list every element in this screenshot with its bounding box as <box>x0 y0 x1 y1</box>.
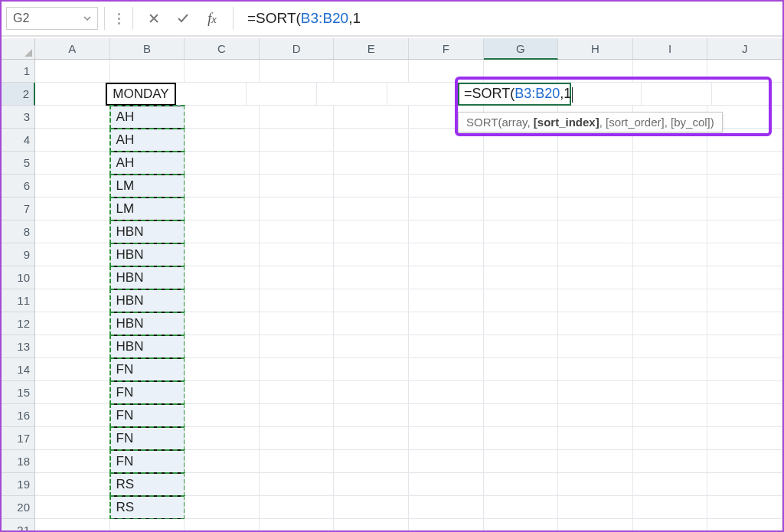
row-header-18[interactable]: 18 <box>2 450 35 473</box>
cell-E10[interactable] <box>334 266 409 289</box>
cell-A4[interactable] <box>35 129 110 152</box>
cell-H12[interactable] <box>558 312 633 335</box>
cell-D4[interactable] <box>260 129 335 152</box>
cell-D15[interactable] <box>260 381 335 404</box>
row-header-5[interactable]: 5 <box>2 152 35 175</box>
row-header-8[interactable]: 8 <box>2 220 35 243</box>
row-header-9[interactable]: 9 <box>2 243 35 266</box>
column-header-J[interactable]: J <box>707 38 782 60</box>
cell-C20[interactable] <box>185 496 260 519</box>
cell-J1[interactable] <box>707 60 782 83</box>
row-header-13[interactable]: 13 <box>2 335 35 358</box>
insert-function-button[interactable]: fx <box>198 7 227 30</box>
cell-C13[interactable] <box>185 335 260 358</box>
cell-F12[interactable] <box>409 312 484 335</box>
row-header-6[interactable]: 6 <box>2 175 35 197</box>
cell-C3[interactable] <box>185 106 260 129</box>
cell-A11[interactable] <box>35 289 110 312</box>
row-header-11[interactable]: 11 <box>2 289 35 312</box>
cell-C6[interactable] <box>185 175 260 197</box>
cell-A17[interactable] <box>35 427 110 450</box>
row-header-20[interactable]: 20 <box>2 496 35 519</box>
cell-H14[interactable] <box>558 358 633 381</box>
cell-B13[interactable]: HBN <box>110 335 185 358</box>
cell-C11[interactable] <box>185 289 260 312</box>
cell-D19[interactable] <box>260 473 335 496</box>
cell-I1[interactable] <box>633 60 708 83</box>
cell-H7[interactable] <box>558 197 633 220</box>
cell-F9[interactable] <box>409 243 484 266</box>
cell-A8[interactable] <box>35 220 110 243</box>
cell-I9[interactable] <box>633 243 708 266</box>
cell-H15[interactable] <box>558 381 633 404</box>
cell-A13[interactable] <box>35 335 110 358</box>
cell-F13[interactable] <box>409 335 484 358</box>
cell-H13[interactable] <box>558 335 633 358</box>
cell-F8[interactable] <box>409 220 484 243</box>
cell-B21[interactable] <box>110 519 185 530</box>
cell-E5[interactable] <box>334 152 409 175</box>
cell-D12[interactable] <box>260 312 335 335</box>
cell-D13[interactable] <box>260 335 335 358</box>
cell-I6[interactable] <box>633 175 708 197</box>
cell-E20[interactable] <box>334 496 409 519</box>
cell-C5[interactable] <box>185 152 260 175</box>
cell-J14[interactable] <box>707 358 782 381</box>
cell-C12[interactable] <box>185 312 260 335</box>
tooltip-arg[interactable]: [by_col] <box>671 116 710 129</box>
cell-D7[interactable] <box>260 197 335 220</box>
cell-E19[interactable] <box>334 473 409 496</box>
cell-E18[interactable] <box>334 450 409 473</box>
cell-C8[interactable] <box>185 220 260 243</box>
cell-B11[interactable]: HBN <box>110 289 185 312</box>
cell-B6[interactable]: LM <box>110 175 185 197</box>
cell-G2[interactable]: =SORT(B3:B20,1 <box>458 83 571 106</box>
cell-H21[interactable] <box>558 519 633 530</box>
cell-B19[interactable]: RS <box>110 473 185 496</box>
cell-B7[interactable]: LM <box>110 197 185 220</box>
cell-G7[interactable] <box>484 197 559 220</box>
row-header-21[interactable]: 21 <box>2 519 35 530</box>
formula-input[interactable]: =SORT(B3:B20,1 <box>240 7 778 30</box>
cell-B16[interactable]: FN <box>110 404 185 427</box>
cell-J13[interactable] <box>707 335 782 358</box>
cell-B8[interactable]: HBN <box>110 220 185 243</box>
cell-A18[interactable] <box>35 450 110 473</box>
cell-D18[interactable] <box>260 450 335 473</box>
cell-F18[interactable] <box>409 450 484 473</box>
cell-F6[interactable] <box>409 175 484 197</box>
cell-B2[interactable]: MONDAY <box>106 83 176 106</box>
cell-J11[interactable] <box>707 289 782 312</box>
cell-A20[interactable] <box>35 496 110 519</box>
cell-F11[interactable] <box>409 289 484 312</box>
cell-F15[interactable] <box>409 381 484 404</box>
cell-A2[interactable] <box>35 83 106 106</box>
cell-H11[interactable] <box>558 289 633 312</box>
row-header-3[interactable]: 3 <box>2 106 35 129</box>
cell-C19[interactable] <box>185 473 260 496</box>
row-header-2[interactable]: 2 <box>2 83 35 106</box>
cell-C16[interactable] <box>185 404 260 427</box>
cell-I5[interactable] <box>633 152 708 175</box>
cell-J17[interactable] <box>707 427 782 450</box>
cell-D9[interactable] <box>260 243 335 266</box>
cell-E2[interactable] <box>317 83 387 106</box>
row-header-7[interactable]: 7 <box>2 197 35 220</box>
cell-H16[interactable] <box>558 404 633 427</box>
cell-I10[interactable] <box>633 266 708 289</box>
cell-G8[interactable] <box>484 220 559 243</box>
cell-G13[interactable] <box>484 335 559 358</box>
cell-D21[interactable] <box>260 519 335 530</box>
cell-A12[interactable] <box>35 312 110 335</box>
cell-A9[interactable] <box>35 243 110 266</box>
column-header-C[interactable]: C <box>185 38 260 60</box>
cell-B14[interactable]: FN <box>110 358 185 381</box>
cell-I21[interactable] <box>633 519 708 530</box>
cell-I15[interactable] <box>633 381 708 404</box>
tooltip-arg[interactable]: [sort_order] <box>606 116 665 129</box>
cell-E16[interactable] <box>334 404 409 427</box>
column-header-G[interactable]: G <box>484 38 559 60</box>
cell-H9[interactable] <box>558 243 633 266</box>
row-header-15[interactable]: 15 <box>2 381 35 404</box>
cell-A21[interactable] <box>35 519 110 530</box>
